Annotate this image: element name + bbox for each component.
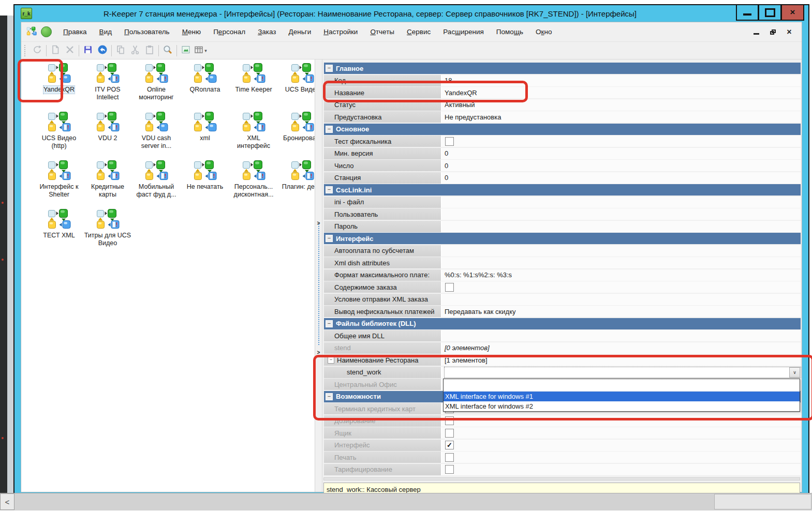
interface-item-20[interactable]: !Титры для UCS Видео (83, 208, 132, 257)
section-header-1[interactable]: −Главное (324, 63, 801, 74)
new-button[interactable] (48, 44, 63, 57)
menu-item-13[interactable]: Окно (529, 25, 558, 38)
property-value[interactable]: Не предустановка (442, 111, 801, 123)
cut-button[interactable] (128, 44, 142, 57)
collapse-icon[interactable]: − (326, 320, 333, 327)
checkbox-unchecked[interactable] (445, 465, 454, 474)
collapse-icon[interactable]: − (326, 65, 333, 72)
interface-item-11[interactable]: !XML интерфейс (229, 111, 278, 160)
grid-button[interactable]: ▾ (193, 44, 208, 57)
dropdown-item-2[interactable]: XML interface for windows #2 (444, 401, 800, 411)
section-header-22[interactable]: −Файлы библиотек (DLL) (324, 318, 801, 329)
search-button[interactable] (160, 44, 175, 57)
menu-item-1[interactable]: Правка (57, 25, 93, 38)
property-label[interactable]: Код (324, 75, 442, 86)
property-label[interactable]: stend_work (324, 367, 442, 378)
checkbox-checked[interactable]: ✓ (445, 441, 454, 449)
menu-item-5[interactable]: Персонал (207, 25, 252, 38)
property-label[interactable]: Содержимое заказа (324, 281, 442, 293)
property-value[interactable] (442, 464, 801, 475)
section-header-11[interactable]: −CscLink.ini (324, 184, 801, 196)
minimize-button[interactable] (736, 4, 759, 21)
menu-item-4[interactable]: Меню (176, 25, 208, 38)
property-value[interactable] (442, 294, 801, 305)
checkbox-unchecked[interactable] (445, 416, 454, 425)
expand-icon[interactable]: − (328, 357, 334, 364)
property-value[interactable] (442, 245, 801, 257)
interface-item-7[interactable]: !UCS Видео (http) (35, 111, 83, 160)
property-value[interactable]: 0 (442, 172, 801, 184)
property-label[interactable]: Тарифицирование (324, 464, 442, 475)
horizontal-scrollbar[interactable]: < (0, 493, 812, 510)
menu-item-11[interactable]: Расширения (437, 25, 490, 38)
combobox-dropdown-button[interactable]: ∨ (789, 367, 800, 378)
interface-item-3[interactable]: !Online мониторинг (132, 63, 181, 111)
property-label[interactable]: Статус (324, 99, 442, 111)
menu-item-6[interactable]: Заказ (252, 25, 282, 38)
preview-button[interactable] (179, 44, 193, 57)
property-label[interactable]: Пользователь (324, 208, 442, 220)
property-label[interactable]: Тест фискальника (324, 136, 442, 147)
property-value[interactable] (442, 427, 801, 439)
property-label[interactable]: Ящик (324, 427, 442, 439)
interface-item-13[interactable]: !Интерфейс к Shelter (35, 160, 83, 208)
menu-item-10[interactable]: Сервис (401, 25, 437, 38)
property-label[interactable]: −Наименование Ресторана (324, 354, 442, 366)
property-label[interactable]: ini - файл (324, 197, 442, 208)
toolbar-grip[interactable] (24, 45, 28, 56)
interface-item-10[interactable]: xml (181, 111, 229, 160)
interface-item-6[interactable]: !UCS Видео (278, 63, 315, 111)
property-label[interactable]: Условие отправки XML заказа (324, 294, 442, 305)
property-label[interactable]: Предустановка (324, 111, 442, 123)
property-value[interactable]: 0 (442, 148, 801, 159)
save-button[interactable] (81, 44, 95, 57)
mdi-minimize-button[interactable] (752, 28, 760, 36)
property-value[interactable]: Активный (442, 99, 801, 111)
paste-button[interactable] (142, 44, 157, 57)
collapse-icon[interactable]: − (326, 393, 333, 400)
property-label[interactable]: Формат максимального плате: (324, 269, 442, 281)
property-label[interactable]: Печать (324, 452, 442, 463)
interface-item-9[interactable]: VDU cash server in... (132, 111, 181, 160)
menu-item-7[interactable]: Деньги (283, 25, 318, 38)
stend-work-combobox[interactable]: ∨ (445, 367, 801, 378)
section-header-6[interactable]: −Основное (324, 124, 801, 135)
checkbox-unchecked[interactable] (445, 137, 454, 146)
property-label[interactable]: Центральный Офис (324, 379, 442, 390)
interface-item-2[interactable]: !ITV POS Intellect (83, 63, 132, 111)
collapse-icon[interactable]: − (326, 235, 333, 242)
property-value[interactable]: 0 (442, 160, 801, 171)
close-button[interactable]: × (781, 4, 804, 21)
interface-item-17[interactable]: !Персональ... дисконтная... (229, 160, 278, 208)
property-value[interactable]: 18 (442, 75, 801, 86)
property-value[interactable] (442, 136, 801, 147)
property-value[interactable]: [1 элементов] (442, 354, 801, 366)
collapse-icon[interactable]: − (326, 186, 333, 193)
dropdown-item-1[interactable]: XML interface for windows #1 (444, 392, 800, 401)
menu-item-3[interactable]: Пользователь (118, 25, 176, 38)
interface-item-5[interactable]: !Time Keeper (229, 63, 278, 111)
menu-item-8[interactable]: Настройки (317, 25, 364, 38)
property-value[interactable] (442, 452, 801, 463)
property-value[interactable]: ✓ (442, 440, 801, 451)
property-label[interactable]: Терминал кредитных карт (324, 403, 442, 414)
interface-item-4[interactable]: QRoплата (181, 63, 229, 111)
property-label[interactable]: Xml dish attributes (324, 257, 442, 268)
property-value[interactable]: %0:s: %1:s%2:s: %3:s (442, 269, 801, 281)
property-value[interactable] (442, 197, 801, 208)
property-label[interactable]: Пароль (324, 221, 442, 232)
property-value[interactable]: YandexQR (442, 87, 801, 98)
property-value[interactable] (442, 330, 801, 341)
splitter-collapse-bottom-button[interactable]: > (316, 345, 321, 359)
property-value[interactable] (442, 415, 801, 427)
menu-item-2[interactable]: Вид (93, 25, 118, 38)
property-value[interactable]: ∨ (442, 367, 801, 378)
property-label[interactable]: Общее имя DLL (324, 330, 442, 341)
checkbox-unchecked[interactable] (445, 453, 454, 462)
mdi-restore-button[interactable] (769, 28, 777, 36)
property-label[interactable]: Автооплата по субсчетам (324, 245, 442, 257)
interface-item-14[interactable]: !Кредитные карты (83, 160, 132, 208)
interface-item-12[interactable]: !Бронирова... (278, 111, 315, 160)
panel-splitter[interactable]: > > (315, 59, 322, 492)
section-header-15[interactable]: −Интерфейс (324, 233, 801, 244)
